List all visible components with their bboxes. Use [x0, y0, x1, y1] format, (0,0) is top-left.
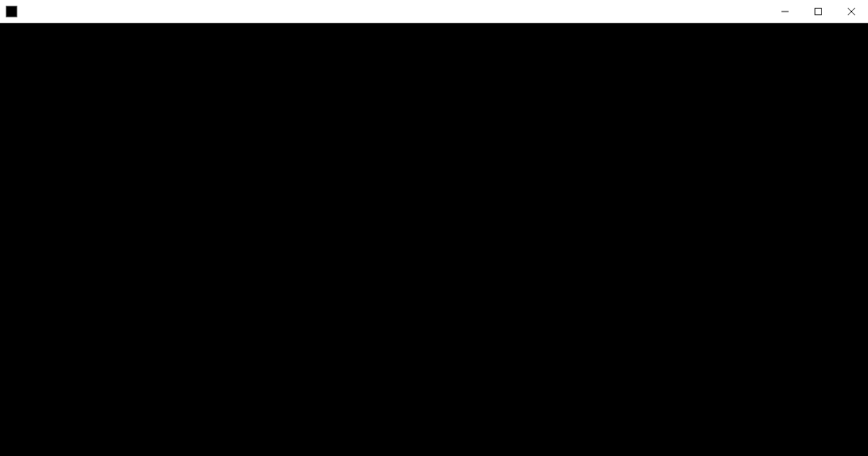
terminal-output[interactable]	[0, 23, 868, 456]
close-icon	[848, 8, 855, 15]
window-titlebar	[0, 0, 868, 23]
minimize-button[interactable]	[768, 0, 802, 22]
maximize-icon	[815, 8, 822, 15]
minimize-icon	[781, 8, 789, 15]
maximize-button[interactable]	[802, 0, 835, 22]
window-controls	[768, 0, 868, 22]
close-button[interactable]	[835, 0, 868, 22]
cmd-icon	[6, 6, 17, 17]
svg-rect-1	[815, 8, 822, 14]
